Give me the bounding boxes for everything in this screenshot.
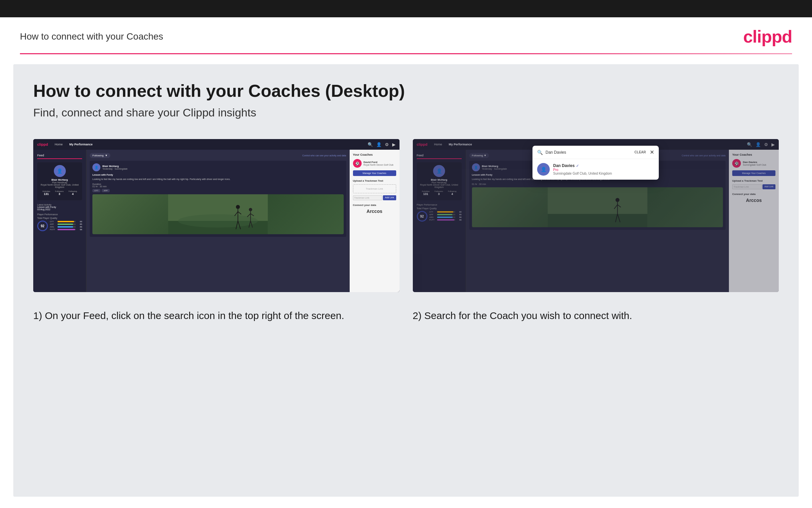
bar-arg: ARG 86 <box>50 226 82 228</box>
nav-my-performance-2[interactable]: My Performance <box>449 143 472 146</box>
following-button[interactable]: Following ▼ <box>90 153 110 158</box>
user-icon-2[interactable]: 👤 <box>756 142 761 147</box>
svg-rect-16 <box>547 214 647 227</box>
activity-body: Looking to feel like my hands are exitin… <box>92 178 344 181</box>
activity-avatar: 👤 <box>92 163 100 171</box>
manage-coaches-button-2[interactable]: Manage Your Coaches <box>732 170 775 176</box>
trackman-link-box: Trackman Link <box>353 184 396 193</box>
connect-data-title-2: Connect your data <box>732 193 775 196</box>
following-button-2[interactable]: Following ▼ <box>469 153 489 158</box>
top-bar <box>0 0 812 17</box>
search-icon[interactable]: 🔍 <box>368 142 373 147</box>
performance-section: Player Performance Total Player Quality … <box>37 213 82 231</box>
manage-coaches-button[interactable]: Manage Your Coaches <box>353 170 396 176</box>
profile-handicap: Plus Handicap <box>40 181 80 184</box>
close-search-button[interactable]: ✕ <box>650 149 654 155</box>
nav-my-performance[interactable]: My Performance <box>69 143 92 146</box>
upload-title: Upload a Trackman Test <box>353 179 396 182</box>
result-avatar: 👤 <box>537 163 550 176</box>
activity-image <box>92 194 344 234</box>
main-subheading: Find, connect and share your Clippd insi… <box>33 106 779 119</box>
profile-card: 👤 Blair McHarg Plus Handicap Royal North… <box>37 162 82 200</box>
following-stat: Following 4 <box>68 190 77 196</box>
nav-home-2[interactable]: Home <box>434 143 442 146</box>
svg-point-2 <box>178 214 258 227</box>
search-input-value[interactable]: Dan Davies <box>545 150 634 155</box>
activity-tags: OTT APP <box>92 189 344 192</box>
activity-user-name: Blair McHarg <box>102 165 128 168</box>
quality-bars-2: OTT 90 APP 85 <box>429 211 462 221</box>
coach-card: ⚽ David Ford Royal North Devon Golf Club <box>353 159 396 168</box>
nav-home[interactable]: Home <box>54 143 62 146</box>
arccos-logo-2: Arccos <box>732 198 775 203</box>
activity-card: 👤 Blair McHarg Yesterday · Sunningdale L… <box>90 161 346 237</box>
footer: Copyright Clippd 2022 <box>0 507 812 508</box>
followers-stat: Followers 3 <box>55 190 64 196</box>
result-role: Pro <box>553 168 612 172</box>
header: How to connect with your Coaches clippd <box>0 17 812 53</box>
settings-icon[interactable]: ⚙ <box>385 142 389 147</box>
app-body: Feed 👤 Blair McHarg Plus Handicap Royal … <box>33 150 399 292</box>
trackman-input-2[interactable]: Trackman Link <box>732 184 762 189</box>
app-logo-2: clippd <box>417 142 427 146</box>
coach-card-2: ⚽ Dan Davies Sunningdale Golf Club <box>732 159 775 168</box>
activities-stat: Activities 131 <box>42 190 50 196</box>
settings-icon-2[interactable]: ⚙ <box>764 142 768 147</box>
search-result[interactable]: 👤 Dan Davies ✓ Pro Sunningdale Golf Club… <box>532 159 659 180</box>
connect-data-title: Connect your data <box>353 204 396 207</box>
search-overlay: 🔍 Dan Davies CLEAR ✕ 👤 Dan Davies ✓ Pro … <box>532 146 659 180</box>
header-divider <box>20 53 792 54</box>
profile-name-2: Blair McHarg <box>420 178 459 181</box>
upload-section: Upload a Trackman Test Trackman Link Tra… <box>353 179 396 200</box>
profile-card-2: 👤 Blair McHarg Plus Handicap Royal North… <box>417 162 462 200</box>
svg-point-3 <box>236 205 240 209</box>
profile-club: Royal North Devon Golf Club, United King… <box>40 184 80 188</box>
app-sidebar: Feed 👤 Blair McHarg Plus Handicap Royal … <box>33 150 86 292</box>
quality-bars: OTT 90 APP 85 <box>50 220 82 231</box>
activity-sub: Yesterday · Sunningdale <box>102 168 128 170</box>
latest-activity: Latest Activity Lesson with Fordy 03 Aug… <box>37 204 82 211</box>
svg-point-9 <box>249 208 252 211</box>
clippd-logo: clippd <box>743 27 792 47</box>
nav-icons: 🔍 👤 ⚙ ▶ <box>368 142 395 147</box>
app-sidebar-2: Feed 👤 Blair McHarg Plus Handicap Royal … <box>413 150 466 292</box>
control-link-2[interactable]: Control who can see your activity and da… <box>682 154 726 157</box>
tag-app[interactable]: APP <box>102 189 110 192</box>
profile-icon[interactable]: ▶ <box>392 142 395 147</box>
app-logo: clippd <box>37 142 48 146</box>
coach-club-2: Sunningdale Golf Club <box>743 164 766 166</box>
search-icon-2[interactable]: 🔍 <box>747 142 752 147</box>
main-heading: How to connect with your Coaches (Deskto… <box>33 81 779 101</box>
app-right-panel-2: Your Coaches ⚽ Dan Davies Sunningdale Go… <box>729 150 779 292</box>
bar-app: APP 85 <box>50 223 82 225</box>
activity-header: 👤 Blair McHarg Yesterday · Sunningdale <box>92 163 344 171</box>
tag-off[interactable]: OTT <box>92 189 100 192</box>
profile-handicap-2: Plus Handicap <box>420 181 459 184</box>
result-name: Dan Davies <box>553 163 575 168</box>
activity-duration-value: 01 hr : 30 min <box>92 185 344 187</box>
app-nav: clippd Home My Performance 🔍 👤 ⚙ ▶ <box>33 139 399 150</box>
activity-avatar-2: 👤 <box>472 163 480 171</box>
profile-club-2: Royal North Devon Golf Club, United King… <box>420 184 459 188</box>
coach-club: Royal North Devon Golf Club <box>364 164 393 166</box>
feed-tab[interactable]: Feed <box>37 154 82 159</box>
performance-section-2: Player Performance Total Player Quality … <box>417 204 462 221</box>
add-link-button[interactable]: Add Link <box>383 195 396 200</box>
following-bar: Following ▼ Control who can see your act… <box>90 153 346 158</box>
add-link-button-2[interactable]: Add Link <box>762 184 775 189</box>
coach-name-2: Dan Davies <box>743 161 766 164</box>
golf-image-svg <box>92 194 344 234</box>
screenshots-row: clippd Home My Performance 🔍 👤 ⚙ ▶ Feed <box>33 139 779 292</box>
trackman-input[interactable]: Trackman Link <box>353 195 383 200</box>
bar-putt: PUTT 96 <box>50 228 82 230</box>
user-icon[interactable]: 👤 <box>376 142 382 147</box>
coach-avatar: ⚽ <box>353 159 362 168</box>
stats-row: Activities 131 Followers 3 Following 4 <box>40 190 80 196</box>
clear-button[interactable]: CLEAR <box>634 151 646 154</box>
verified-icon: ✓ <box>576 164 579 168</box>
result-club: Sunningdale Golf Club, United Kingdom <box>553 172 612 175</box>
step-1-description: 1) On your Feed, click on the search ico… <box>33 309 399 323</box>
control-link[interactable]: Control who can see your activity and da… <box>302 154 346 157</box>
profile-icon-2[interactable]: ▶ <box>771 142 775 147</box>
screenshot-1: clippd Home My Performance 🔍 👤 ⚙ ▶ Feed <box>33 139 399 292</box>
